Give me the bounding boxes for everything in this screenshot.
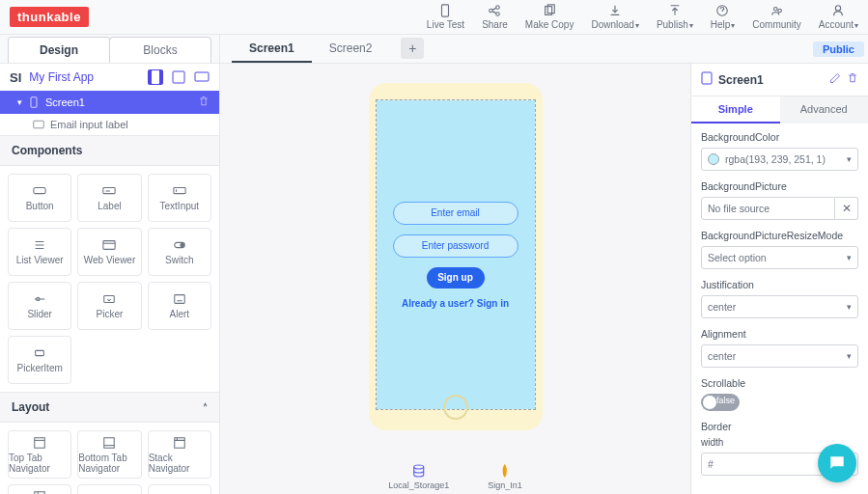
edit-name-icon[interactable] bbox=[829, 72, 841, 87]
desktop-view-icon[interactable] bbox=[194, 69, 210, 85]
component-switch[interactable]: Switch bbox=[148, 228, 211, 276]
phone-view-icon[interactable] bbox=[148, 69, 163, 85]
preview-signup-button[interactable]: Sign up bbox=[427, 267, 485, 288]
make-copy-button[interactable]: Make Copy bbox=[525, 4, 574, 30]
bgresize-select[interactable]: Select option▾ bbox=[701, 246, 858, 269]
component-icon bbox=[101, 238, 117, 252]
publish-button[interactable]: Publish▾ bbox=[657, 4, 693, 30]
phone-screen[interactable]: Enter email Enter password Sign up Alrea… bbox=[377, 100, 535, 409]
component-icon bbox=[172, 436, 187, 450]
brand-logo[interactable]: thunkable bbox=[10, 7, 89, 27]
share-button[interactable]: Share bbox=[482, 4, 508, 30]
invisible-local[interactable]: Local_Storage1 bbox=[388, 463, 449, 490]
svg-point-9 bbox=[836, 6, 841, 11]
screen-icon bbox=[28, 96, 40, 108]
app-badge: SI bbox=[10, 70, 21, 85]
svg-point-20 bbox=[181, 243, 184, 247]
tab-advanced[interactable]: Advanced bbox=[780, 96, 869, 124]
tree-item-screen1[interactable]: ▾ Screen1 bbox=[0, 91, 219, 114]
tab-design[interactable]: Design bbox=[8, 37, 110, 63]
component-icon bbox=[32, 292, 47, 306]
svg-point-32 bbox=[414, 465, 424, 469]
tablet-view-icon[interactable] bbox=[171, 69, 186, 85]
alignment-select[interactable]: center▾ bbox=[701, 344, 858, 368]
invisible-signin[interactable]: Sign_In1 bbox=[488, 463, 522, 490]
tab-simple[interactable]: Simple bbox=[691, 96, 780, 124]
component-textinput[interactable]: TextInput bbox=[148, 174, 211, 222]
prop-label: Alignment bbox=[701, 328, 858, 340]
tree-label: Email input label bbox=[50, 119, 128, 130]
prop-label: Scrollable bbox=[701, 377, 858, 389]
community-button[interactable]: Community bbox=[752, 4, 801, 30]
screen-tab-screen1[interactable]: Screen1 bbox=[232, 36, 312, 63]
component-list-viewer[interactable]: List Viewer bbox=[8, 228, 71, 276]
chevron-down-icon: ▾ bbox=[847, 154, 852, 164]
preview-password-input[interactable]: Enter password bbox=[393, 234, 518, 258]
canvas[interactable]: Enter email Enter password Sign up Alrea… bbox=[220, 64, 690, 494]
screen-icon bbox=[701, 71, 713, 88]
clear-bgpicture-button[interactable]: ✕ bbox=[835, 197, 858, 220]
svg-rect-12 bbox=[195, 72, 209, 81]
component-stack-navigator[interactable]: Stack Navigator bbox=[148, 430, 211, 479]
add-screen-button[interactable]: + bbox=[401, 38, 424, 59]
component-pickeritem[interactable]: PickerItem bbox=[8, 336, 71, 384]
svg-rect-15 bbox=[34, 188, 45, 194]
component-button[interactable]: Button bbox=[8, 174, 71, 222]
component-icon bbox=[32, 238, 47, 252]
section-layout[interactable]: Layout ˄ bbox=[0, 392, 219, 423]
share-icon bbox=[488, 4, 501, 17]
live-test-button[interactable]: Live Test bbox=[427, 4, 464, 30]
app-row[interactable]: SI My First App bbox=[0, 64, 219, 91]
app-name: My First App bbox=[29, 70, 140, 84]
screen-tab-screen2[interactable]: Screen2 bbox=[312, 36, 390, 63]
tree-item-email-label[interactable]: Email input label bbox=[0, 114, 219, 135]
component-icon bbox=[172, 292, 187, 306]
chevron-down-icon: ▾ bbox=[847, 351, 852, 361]
chevron-down-icon: ▾ bbox=[847, 302, 852, 312]
download-button[interactable]: Download▾ bbox=[591, 4, 638, 30]
component-icon bbox=[32, 436, 47, 450]
component-row[interactable]: Row bbox=[148, 484, 211, 494]
selected-name: Screen1 bbox=[718, 73, 824, 87]
component-top-tab-navigator[interactable]: Top Tab Navigator bbox=[8, 430, 71, 479]
mode-bar: Design Blocks Screen1Screen2 + Public bbox=[0, 35, 868, 64]
svg-point-2 bbox=[496, 6, 500, 10]
svg-point-3 bbox=[496, 13, 500, 16]
component-slider[interactable]: Slider bbox=[8, 282, 71, 330]
component-web-viewer[interactable]: Web Viewer bbox=[77, 228, 141, 276]
component-screen[interactable]: Screen bbox=[77, 484, 141, 494]
scrollable-toggle[interactable]: false bbox=[701, 394, 740, 411]
tree-label: Screen1 bbox=[45, 96, 85, 108]
svg-rect-13 bbox=[31, 97, 37, 108]
section-components[interactable]: Components bbox=[0, 135, 219, 166]
component-alert[interactable]: Alert bbox=[148, 282, 211, 330]
component-picker[interactable]: Picker bbox=[77, 282, 141, 330]
chat-button[interactable] bbox=[818, 444, 856, 482]
public-badge[interactable]: Public bbox=[813, 41, 864, 57]
component-icon bbox=[101, 292, 117, 306]
account-icon bbox=[831, 4, 845, 17]
delete-icon[interactable] bbox=[198, 96, 210, 109]
community-icon bbox=[770, 4, 784, 17]
account-button[interactable]: Account▾ bbox=[819, 4, 858, 30]
properties-panel: Screen1 Simple Advanced BackgroundColor … bbox=[690, 64, 868, 494]
svg-rect-24 bbox=[36, 350, 44, 355]
chevron-up-icon: ˄ bbox=[203, 402, 208, 413]
help-button[interactable]: Help▾ bbox=[711, 4, 736, 30]
delete-screen-icon[interactable] bbox=[847, 72, 858, 87]
tab-blocks[interactable]: Blocks bbox=[109, 37, 211, 63]
bgcolor-select[interactable]: rgba(193, 239, 251, 1) ▾ bbox=[701, 148, 858, 171]
component-label[interactable]: Label bbox=[77, 174, 141, 222]
svg-rect-25 bbox=[35, 437, 45, 448]
prop-label: BackgroundPicture bbox=[701, 180, 858, 192]
svg-point-1 bbox=[490, 9, 493, 13]
component-drawer-navigator[interactable]: Drawer Navigator bbox=[8, 484, 71, 494]
svg-point-7 bbox=[773, 8, 777, 12]
justification-select[interactable]: center▾ bbox=[701, 295, 858, 318]
component-bottom-tab-navigator[interactable]: Bottom Tab Navigator bbox=[77, 430, 141, 479]
preview-signin-link[interactable]: Already a user? Sign in bbox=[402, 298, 509, 309]
bgpicture-input[interactable]: No file source bbox=[701, 197, 835, 220]
preview-email-input[interactable]: Enter email bbox=[393, 202, 518, 225]
color-swatch bbox=[708, 153, 719, 165]
prop-label: BackgroundColor bbox=[701, 131, 858, 143]
